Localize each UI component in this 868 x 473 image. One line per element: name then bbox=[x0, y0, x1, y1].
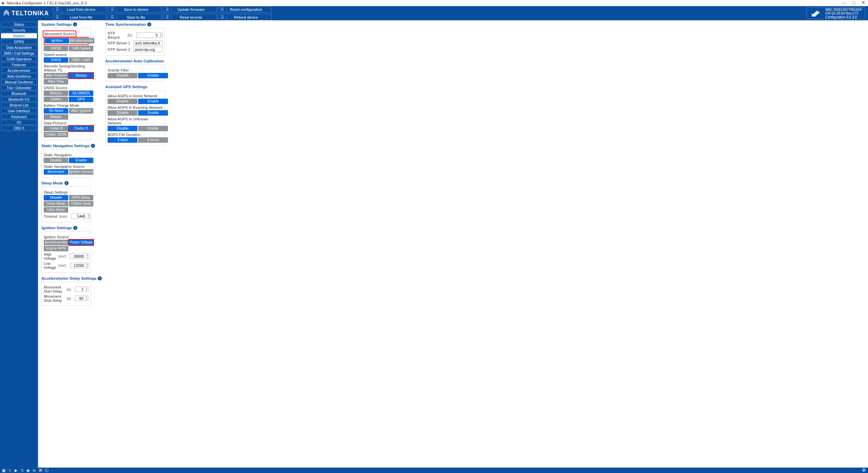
panel-static-nav: Static Navigation Settingsi Static Navig… bbox=[41, 144, 102, 178]
opt-beidou[interactable]: BeiDou bbox=[44, 91, 68, 96]
info-icon[interactable]: i bbox=[147, 22, 151, 26]
opt-agps-home-en[interactable]: Enable bbox=[138, 99, 168, 104]
opt-after-ign[interactable]: After Ignition ON bbox=[69, 108, 93, 114]
opt-agps-unk-en[interactable]: Enable bbox=[138, 126, 168, 131]
info-icon[interactable]: i bbox=[91, 144, 95, 148]
opt-online-deep[interactable]: Online Deep Sleep bbox=[69, 201, 93, 206]
sidebar-item-user-interface[interactable]: User Interface bbox=[1, 108, 37, 113]
device-icon bbox=[810, 8, 822, 18]
sidebar-item-system[interactable]: System bbox=[1, 33, 37, 38]
close-button[interactable]: ✕ bbox=[858, 0, 868, 6]
sidebar-item-security[interactable]: Security bbox=[1, 27, 37, 33]
opt-sn-disable[interactable]: Disable bbox=[44, 158, 68, 163]
sidebar-item-accelerometer-features[interactable]: Accelerometer Features bbox=[1, 68, 37, 73]
opt-agps-3d[interactable]: 3 days bbox=[108, 137, 137, 143]
toolbar-save-to-device[interactable]: ☰Save to device bbox=[108, 6, 162, 13]
settings-column-right: Time Synchronizationi NTP Resync (h) ▲▼ … bbox=[105, 22, 165, 146]
opt-ign-rpm[interactable]: Engine RPM bbox=[44, 246, 68, 251]
opt-gps-sleep[interactable]: GPS Sleep bbox=[69, 195, 93, 200]
save-file-icon: ☰ bbox=[108, 15, 116, 19]
at-icon[interactable]: ⓘ bbox=[44, 468, 49, 473]
opt-batt-always[interactable]: Always bbox=[44, 114, 68, 120]
opt-codec8-ext[interactable]: Codec 8 Extended bbox=[69, 126, 93, 131]
toolbar-reset-configuration[interactable]: ☰Reset configuration bbox=[218, 6, 271, 13]
opt-agps-home-dis[interactable]: Disable bbox=[108, 99, 137, 104]
rss-icon[interactable]: ⌘ bbox=[38, 468, 43, 473]
info-icon[interactable]: i bbox=[73, 226, 77, 230]
opt-gf-enable[interactable]: Enable bbox=[138, 73, 168, 78]
opt-sn-enable[interactable]: Enable bbox=[69, 158, 93, 163]
opt-agps-roam-en[interactable]: Enable bbox=[138, 110, 168, 116]
sidebar-item-beacon-list[interactable]: Beacon List bbox=[1, 102, 37, 107]
toolbar-save-to-file[interactable]: ☰Save to file bbox=[108, 14, 162, 20]
opt-always[interactable]: Always bbox=[69, 73, 93, 78]
toolbar-load-from-device[interactable]: ☰Load from device bbox=[53, 6, 107, 13]
opt-codec-json[interactable]: Codec JSON bbox=[44, 132, 68, 137]
ntp2-input[interactable] bbox=[133, 47, 163, 52]
sidebar-item-auto-geofence[interactable]: Auto Geofence bbox=[1, 74, 37, 79]
toolbar-reboot-device[interactable]: ☰Reboot device bbox=[218, 14, 271, 20]
opt-agps-unk-dis[interactable]: Disable bbox=[108, 126, 137, 131]
twitter-icon[interactable]: 𝕏 bbox=[20, 468, 24, 473]
opt-agps-roam-dis[interactable]: Disable bbox=[108, 110, 137, 116]
sidebar-item-bluetooth[interactable]: Bluetooth bbox=[1, 91, 37, 96]
sidebar-item-manual-geofence[interactable]: Manual Geofence bbox=[1, 79, 37, 84]
sidebar-item-i-o[interactable]: I/O bbox=[1, 120, 37, 125]
info-icon[interactable]: i bbox=[98, 276, 102, 280]
opt-gf-disable[interactable]: Disable bbox=[108, 73, 137, 78]
svg-rect-0 bbox=[812, 14, 815, 17]
opt-speed-obd[interactable]: OBD / CAN bbox=[69, 57, 93, 63]
toolbar-read-records[interactable]: ☰Read records bbox=[163, 14, 216, 20]
minimize-button[interactable]: — bbox=[839, 0, 849, 6]
gnss-source-label: GNSS Source bbox=[44, 86, 89, 90]
sidebar-item-gsm-operators[interactable]: GSM Operators bbox=[1, 56, 37, 61]
msd-unit: (s) bbox=[67, 287, 71, 291]
opt-accelerometer[interactable]: Accelerometer bbox=[70, 38, 94, 43]
sidebar-item-features[interactable]: Features bbox=[1, 62, 37, 67]
settings-gear-icon[interactable]: ⚙ bbox=[861, 468, 867, 473]
sidebar-item-data-acquisition[interactable]: Data Acquisition bbox=[1, 45, 37, 50]
ntp1-input[interactable] bbox=[133, 40, 163, 46]
toolbar-update-firmware[interactable]: ☰Update firmware bbox=[163, 6, 216, 13]
opt-codec8[interactable]: Codec 8 bbox=[44, 126, 68, 131]
sidebar-item-sms-call-settings[interactable]: SMS \ Call Settings bbox=[1, 51, 37, 56]
sidebar-item-bluetooth-4-0[interactable]: Bluetooth 4.0 bbox=[1, 97, 37, 102]
maximize-button[interactable]: ▢ bbox=[849, 0, 858, 6]
sidebar-item-trip-odometer[interactable]: Trip \ Odometer bbox=[1, 85, 37, 90]
sidebar-item-status[interactable]: Status bbox=[1, 22, 37, 27]
opt-agps-6h[interactable]: 6 hours bbox=[138, 137, 168, 143]
opt-deep-sleep[interactable]: Deep Sleep bbox=[44, 201, 68, 206]
static-nav-src-label: Static Navigation Source bbox=[44, 164, 89, 169]
facebook-icon[interactable]: f bbox=[7, 468, 12, 473]
youtube-icon[interactable]: ▶ bbox=[14, 468, 18, 473]
opt-sn-move[interactable]: Movement Source bbox=[44, 169, 68, 175]
panel-time-sync: Time Synchronizationi NTP Resync (h) ▲▼ … bbox=[105, 22, 165, 56]
social-grid-icon[interactable]: ▦ bbox=[1, 468, 6, 473]
toolbar-load-from-file[interactable]: ☰Load from file bbox=[53, 14, 107, 20]
opt-speed-gnss[interactable]: GNSS bbox=[44, 57, 68, 63]
opt-ign-power[interactable]: Power Voltage bbox=[69, 240, 93, 245]
opt-can-speed[interactable]: CAN Speed bbox=[69, 46, 93, 51]
opt-galileo[interactable]: Galileo bbox=[44, 97, 68, 102]
low-voltage-label: Low Voltage bbox=[44, 261, 56, 270]
instagram-icon[interactable]: ◉ bbox=[26, 468, 31, 473]
opt-gps[interactable]: GPS bbox=[69, 97, 93, 102]
opt-ign-accel[interactable]: Accelerometer bbox=[44, 240, 68, 245]
sidebar-item-gprs[interactable]: GPRS bbox=[1, 39, 37, 44]
window-title: Teltonika.Configurator 1.7.61.E.fmp100_e… bbox=[6, 0, 87, 6]
sidebar-item-obd-ii[interactable]: OBD II bbox=[1, 125, 37, 131]
opt-sn-ign[interactable]: Ignition Source bbox=[69, 169, 93, 175]
sidebar-item-keyboard[interactable]: Keyboard bbox=[1, 114, 37, 119]
opt-ignition[interactable]: Ignition bbox=[45, 38, 69, 43]
opt-after-time-sync[interactable]: After Time Sync bbox=[44, 79, 68, 84]
opt-on-need[interactable]: On Need bbox=[44, 108, 68, 114]
info-icon[interactable]: i bbox=[64, 181, 69, 185]
opt-gnss[interactable]: GNSS bbox=[44, 46, 68, 51]
opt-sleep-disable[interactable]: Disable bbox=[44, 195, 68, 200]
opt-ultra-sleep[interactable]: Ultra Sleep bbox=[44, 207, 68, 213]
opt-after-pos[interactable]: After Position Fix bbox=[44, 73, 68, 78]
linkedin-icon[interactable]: in bbox=[32, 468, 37, 473]
opt-glonass[interactable]: GLONASS bbox=[69, 91, 93, 96]
info-icon[interactable]: i bbox=[73, 22, 77, 26]
panel-title: Accelerometer Auto Calibration bbox=[105, 59, 164, 63]
